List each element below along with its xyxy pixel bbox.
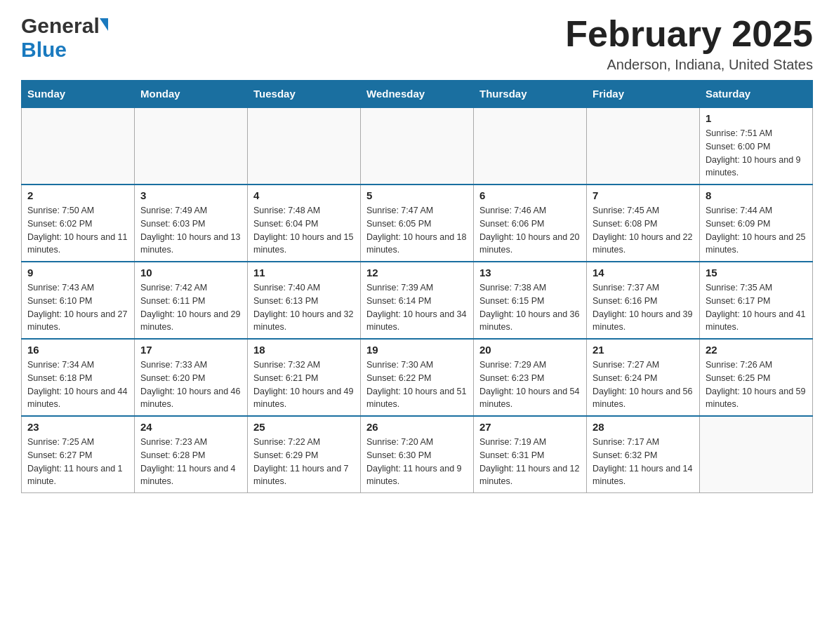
day-info: Sunrise: 7:45 AMSunset: 6:08 PMDaylight:… [593,204,694,257]
day-info: Sunrise: 7:47 AMSunset: 6:05 PMDaylight:… [366,204,468,257]
day-info: Sunrise: 7:23 AMSunset: 6:28 PMDaylight:… [140,436,241,488]
day-info: Sunrise: 7:50 AMSunset: 6:02 PMDaylight:… [27,204,128,257]
calendar-cell [135,107,248,185]
calendar-cell: 27Sunrise: 7:19 AMSunset: 6:31 PMDayligh… [474,416,587,493]
day-number: 6 [479,189,581,201]
logo-general-text: General [21,14,100,38]
day-number: 19 [366,344,468,356]
location-text: Anderson, Indiana, United States [565,57,813,73]
day-info: Sunrise: 7:19 AMSunset: 6:31 PMDaylight:… [479,436,581,488]
day-info: Sunrise: 7:17 AMSunset: 6:32 PMDaylight:… [593,436,694,488]
day-number: 13 [479,267,581,279]
calendar-cell [361,107,474,185]
calendar-cell: 25Sunrise: 7:22 AMSunset: 6:29 PMDayligh… [248,416,361,493]
calendar-cell [700,416,813,493]
weekday-header-friday: Friday [587,81,700,108]
day-info: Sunrise: 7:26 AMSunset: 6:25 PMDaylight:… [706,358,807,411]
day-info: Sunrise: 7:20 AMSunset: 6:30 PMDaylight:… [366,436,468,488]
month-title: February 2025 [565,14,813,54]
day-number: 20 [479,344,581,356]
day-info: Sunrise: 7:44 AMSunset: 6:09 PMDaylight:… [706,204,807,257]
day-number: 4 [253,189,355,201]
calendar-cell [474,107,587,185]
day-number: 24 [140,421,241,433]
calendar-cell: 15Sunrise: 7:35 AMSunset: 6:17 PMDayligh… [700,262,813,339]
day-number: 2 [27,189,128,201]
day-info: Sunrise: 7:22 AMSunset: 6:29 PMDaylight:… [253,436,355,488]
day-number: 21 [593,344,694,356]
calendar-cell: 3Sunrise: 7:49 AMSunset: 6:03 PMDaylight… [135,185,248,262]
calendar-cell: 4Sunrise: 7:48 AMSunset: 6:04 PMDaylight… [248,185,361,262]
calendar-cell [587,107,700,185]
calendar-week-2: 2Sunrise: 7:50 AMSunset: 6:02 PMDaylight… [22,185,813,262]
day-info: Sunrise: 7:49 AMSunset: 6:03 PMDaylight:… [140,204,241,257]
calendar-cell [22,107,135,185]
day-number: 26 [366,421,468,433]
day-info: Sunrise: 7:25 AMSunset: 6:27 PMDaylight:… [27,436,128,488]
day-number: 3 [140,189,241,201]
calendar-cell: 11Sunrise: 7:40 AMSunset: 6:13 PMDayligh… [248,262,361,339]
weekday-header-monday: Monday [135,81,248,108]
day-info: Sunrise: 7:33 AMSunset: 6:20 PMDaylight:… [140,358,241,411]
day-number: 27 [479,421,581,433]
calendar-cell: 16Sunrise: 7:34 AMSunset: 6:18 PMDayligh… [22,339,135,416]
calendar-week-5: 23Sunrise: 7:25 AMSunset: 6:27 PMDayligh… [22,416,813,493]
calendar-cell: 13Sunrise: 7:38 AMSunset: 6:15 PMDayligh… [474,262,587,339]
weekday-header-thursday: Thursday [474,81,587,108]
day-info: Sunrise: 7:40 AMSunset: 6:13 PMDaylight:… [253,281,355,334]
logo: General Blue [21,14,110,62]
calendar-cell: 21Sunrise: 7:27 AMSunset: 6:24 PMDayligh… [587,339,700,416]
day-number: 14 [593,267,694,279]
calendar-header-row: SundayMondayTuesdayWednesdayThursdayFrid… [22,81,813,108]
day-number: 10 [140,267,241,279]
day-info: Sunrise: 7:34 AMSunset: 6:18 PMDaylight:… [27,358,128,411]
calendar-cell: 7Sunrise: 7:45 AMSunset: 6:08 PMDaylight… [587,185,700,262]
calendar-cell: 19Sunrise: 7:30 AMSunset: 6:22 PMDayligh… [361,339,474,416]
weekday-header-tuesday: Tuesday [248,81,361,108]
day-number: 11 [253,267,355,279]
calendar-cell: 1Sunrise: 7:51 AMSunset: 6:00 PMDaylight… [700,107,813,185]
day-number: 22 [706,344,807,356]
day-number: 12 [366,267,468,279]
calendar-cell: 24Sunrise: 7:23 AMSunset: 6:28 PMDayligh… [135,416,248,493]
calendar-cell: 17Sunrise: 7:33 AMSunset: 6:20 PMDayligh… [135,339,248,416]
calendar-cell: 14Sunrise: 7:37 AMSunset: 6:16 PMDayligh… [587,262,700,339]
day-number: 17 [140,344,241,356]
day-info: Sunrise: 7:35 AMSunset: 6:17 PMDaylight:… [706,281,807,334]
title-section: February 2025 Anderson, Indiana, United … [565,14,813,73]
calendar-cell: 6Sunrise: 7:46 AMSunset: 6:06 PMDaylight… [474,185,587,262]
logo-triangle-icon [100,18,108,31]
day-info: Sunrise: 7:27 AMSunset: 6:24 PMDaylight:… [593,358,694,411]
day-number: 16 [27,344,128,356]
calendar-table: SundayMondayTuesdayWednesdayThursdayFrid… [21,80,813,493]
day-number: 15 [706,267,807,279]
calendar-cell: 28Sunrise: 7:17 AMSunset: 6:32 PMDayligh… [587,416,700,493]
day-info: Sunrise: 7:42 AMSunset: 6:11 PMDaylight:… [140,281,241,334]
day-info: Sunrise: 7:46 AMSunset: 6:06 PMDaylight:… [479,204,581,257]
calendar-week-3: 9Sunrise: 7:43 AMSunset: 6:10 PMDaylight… [22,262,813,339]
day-number: 25 [253,421,355,433]
day-number: 28 [593,421,694,433]
calendar-cell: 2Sunrise: 7:50 AMSunset: 6:02 PMDaylight… [22,185,135,262]
day-info: Sunrise: 7:37 AMSunset: 6:16 PMDaylight:… [593,281,694,334]
calendar-cell: 26Sunrise: 7:20 AMSunset: 6:30 PMDayligh… [361,416,474,493]
day-info: Sunrise: 7:39 AMSunset: 6:14 PMDaylight:… [366,281,468,334]
calendar-week-1: 1Sunrise: 7:51 AMSunset: 6:00 PMDaylight… [22,107,813,185]
day-info: Sunrise: 7:29 AMSunset: 6:23 PMDaylight:… [479,358,581,411]
day-number: 8 [706,189,807,201]
day-number: 7 [593,189,694,201]
calendar-cell: 18Sunrise: 7:32 AMSunset: 6:21 PMDayligh… [248,339,361,416]
day-info: Sunrise: 7:32 AMSunset: 6:21 PMDaylight:… [253,358,355,411]
day-number: 1 [706,112,807,124]
day-number: 5 [366,189,468,201]
day-number: 23 [27,421,128,433]
day-info: Sunrise: 7:51 AMSunset: 6:00 PMDaylight:… [706,127,807,180]
calendar-cell: 23Sunrise: 7:25 AMSunset: 6:27 PMDayligh… [22,416,135,493]
calendar-cell: 5Sunrise: 7:47 AMSunset: 6:05 PMDaylight… [361,185,474,262]
calendar-cell: 10Sunrise: 7:42 AMSunset: 6:11 PMDayligh… [135,262,248,339]
day-info: Sunrise: 7:30 AMSunset: 6:22 PMDaylight:… [366,358,468,411]
page-header: General Blue February 2025 Anderson, Ind… [21,14,813,73]
day-info: Sunrise: 7:48 AMSunset: 6:04 PMDaylight:… [253,204,355,257]
calendar-cell: 8Sunrise: 7:44 AMSunset: 6:09 PMDaylight… [700,185,813,262]
weekday-header-saturday: Saturday [700,81,813,108]
